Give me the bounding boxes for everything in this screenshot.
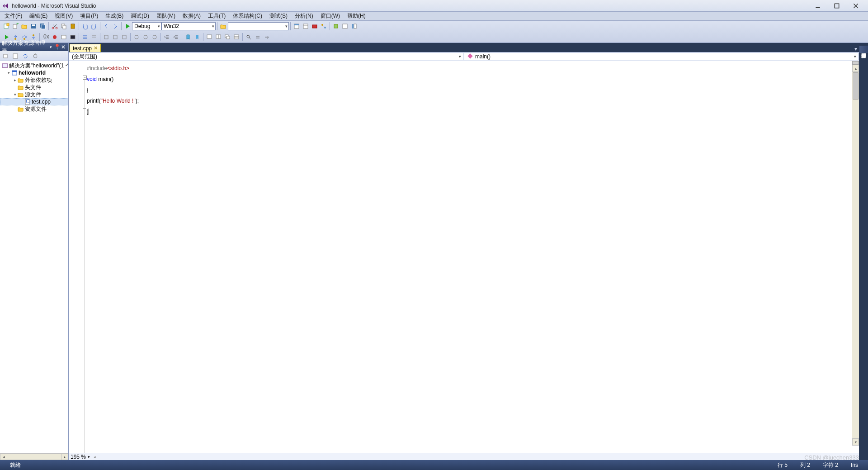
scroll-down-icon[interactable]: ▾ <box>852 438 859 446</box>
split-grip[interactable] <box>852 61 859 65</box>
scroll-up-icon[interactable]: ▴ <box>852 65 859 72</box>
menu-window[interactable]: 窗口(W) <box>317 11 344 21</box>
solution-node[interactable]: 解决方案"helloworld"(1 个项 <box>0 62 68 69</box>
refresh-button[interactable] <box>21 52 29 60</box>
tablist-dropdown-icon[interactable]: ▾ <box>854 46 857 52</box>
scroll-left-icon[interactable]: ◂ <box>94 455 96 459</box>
panel-hscrollbar[interactable]: ◂ ▸ <box>0 453 68 460</box>
tool-e-button[interactable] <box>142 33 150 41</box>
headers-folder-node[interactable]: 头文件 <box>0 84 68 91</box>
menu-data[interactable]: 数据(A) <box>179 11 204 21</box>
paste-button[interactable] <box>69 22 77 30</box>
window-cascade-button[interactable] <box>223 33 231 41</box>
bookmark-next-button[interactable] <box>193 33 201 41</box>
fold-toggle[interactable]: − <box>83 76 87 80</box>
scroll-thumb[interactable] <box>853 72 859 100</box>
menu-project[interactable]: 项目(P) <box>76 11 102 21</box>
window-tile-button[interactable] <box>232 33 241 41</box>
solution-explorer-button[interactable] <box>292 22 301 30</box>
cut-button[interactable] <box>51 22 59 30</box>
menu-edit[interactable]: 编辑(E) <box>26 11 51 21</box>
window-new-button[interactable] <box>205 33 213 41</box>
nav-back-button[interactable] <box>102 22 110 30</box>
menu-test[interactable]: 测试(S) <box>266 11 291 21</box>
properties-button[interactable] <box>31 52 39 60</box>
configuration-combo[interactable]: Debug <box>132 22 161 30</box>
maximize-button[interactable] <box>830 1 844 10</box>
zoom-dropdown-icon[interactable]: ▾ <box>88 455 90 459</box>
solution-explorer-header[interactable]: 解决方案资源管理器 ▾ 📍 ✕ <box>0 43 68 51</box>
immediate-button[interactable] <box>69 33 77 41</box>
find-combo[interactable] <box>228 22 289 30</box>
resources-folder-node[interactable]: 资源文件 <box>0 105 68 113</box>
start-debug-button[interactable] <box>123 22 132 30</box>
tab-close-icon[interactable]: ✕ <box>94 45 98 51</box>
collapse-icon[interactable]: ▾ <box>6 71 11 75</box>
source-file-node[interactable]: C+ test.cpp <box>0 98 68 105</box>
extensions-button[interactable] <box>332 22 340 30</box>
sources-folder-node[interactable]: ▾ 源文件 <box>0 91 68 98</box>
scroll-left-icon[interactable]: ◂ <box>0 453 7 460</box>
zoom-level[interactable]: 195 % <box>71 454 86 460</box>
find-button[interactable] <box>245 33 253 41</box>
menu-architecture[interactable]: 体系结构(C) <box>229 11 266 21</box>
external-deps-node[interactable]: ▸ 外部依赖项 <box>0 76 68 84</box>
breakpoints-button[interactable] <box>51 33 59 41</box>
find-in-files-button[interactable] <box>219 22 227 30</box>
menu-debug[interactable]: 调试(D) <box>127 11 153 21</box>
save-all-button[interactable] <box>38 22 47 30</box>
collapse-icon[interactable]: ▾ <box>13 92 18 97</box>
open-file-button[interactable] <box>20 22 28 30</box>
window-split-button[interactable] <box>214 33 222 41</box>
scope-combo-right[interactable]: main() <box>464 53 859 60</box>
extension-manager-button[interactable] <box>341 22 349 30</box>
new-project-button[interactable] <box>2 22 10 30</box>
menu-view[interactable]: 视图(V) <box>51 11 76 21</box>
code-editor[interactable]: − #include<stdio.h> void main() { printf… <box>69 61 859 453</box>
menu-team[interactable]: 团队(M) <box>153 11 179 21</box>
menu-build[interactable]: 生成(B) <box>102 11 127 21</box>
nav-forward-button[interactable] <box>111 22 119 30</box>
menu-file[interactable]: 文件(F) <box>1 11 26 21</box>
add-item-button[interactable]: + <box>11 22 19 30</box>
scroll-right-icon[interactable]: ▸ <box>61 453 68 460</box>
tool-d-button[interactable] <box>132 33 141 41</box>
tool-b-button[interactable] <box>111 33 119 41</box>
tool-a-button[interactable] <box>102 33 110 41</box>
copy-button[interactable] <box>60 22 68 30</box>
scope-combo-left[interactable]: (全局范围) <box>69 53 463 60</box>
bookmark-button[interactable] <box>184 33 192 41</box>
editor-gutter[interactable] <box>69 61 82 453</box>
tool-c-button[interactable] <box>120 33 128 41</box>
platform-combo[interactable]: Win32 <box>161 22 216 30</box>
expand-icon[interactable]: ▸ <box>13 78 18 82</box>
solution-tree[interactable]: 解决方案"helloworld"(1 个项 ▾ helloworld ▸ 外部依… <box>0 61 68 453</box>
output-button[interactable] <box>60 33 68 41</box>
close-window-button[interactable] <box>849 1 863 10</box>
pin-icon[interactable]: 📍 <box>54 44 60 50</box>
minimize-button[interactable] <box>811 1 825 10</box>
properties-window-button[interactable] <box>302 22 310 30</box>
goto-button[interactable] <box>263 33 271 41</box>
undo-button[interactable] <box>81 22 89 30</box>
panel-dropdown-icon[interactable]: ▾ <box>50 45 52 49</box>
show-all-button[interactable] <box>11 52 19 60</box>
class-view-button[interactable] <box>320 22 328 30</box>
menu-help[interactable]: 帮助(H) <box>344 11 369 21</box>
menu-tools[interactable]: 工具(T) <box>204 11 229 21</box>
window-layout-button[interactable] <box>350 22 358 30</box>
redo-button[interactable] <box>90 22 98 30</box>
save-button[interactable] <box>29 22 38 30</box>
outdent-button[interactable] <box>172 33 180 41</box>
panel-close-icon[interactable]: ✕ <box>60 44 66 50</box>
expand-all-button[interactable] <box>1 52 9 60</box>
project-node[interactable]: ▾ helloworld <box>0 69 68 76</box>
toolbox-button[interactable] <box>311 22 319 30</box>
uncomment-button[interactable] <box>90 33 98 41</box>
comment-button[interactable] <box>81 33 89 41</box>
indent-button[interactable] <box>163 33 171 41</box>
menu-analyze[interactable]: 分析(N) <box>291 11 317 21</box>
server-explorer-tab[interactable]: 服务器资源管理器 <box>859 46 868 53</box>
document-tab-testcpp[interactable]: test.cpp ✕ <box>70 44 101 52</box>
replace-button[interactable] <box>254 33 262 41</box>
